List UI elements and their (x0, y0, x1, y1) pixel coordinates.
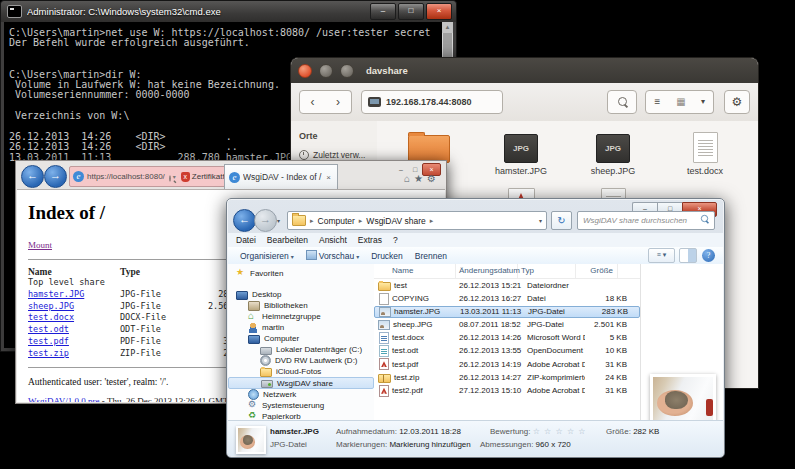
file-link[interactable]: sheep.JPG (28, 301, 74, 311)
certificate-error-icon[interactable]: x (181, 172, 190, 182)
column-size[interactable]: Größe (576, 264, 618, 278)
organize-button[interactable]: Organisieren▾ (240, 251, 294, 261)
menu-bar: Datei Bearbeiten Ansicht Extras ? (228, 233, 723, 248)
preview-pane-toggle[interactable] (679, 248, 697, 263)
add-tag-link[interactable]: Markierung hinzufügen (389, 440, 470, 449)
file-row[interactable]: test2.pdf 27.12.2013 15:10 Adobe Acrobat… (374, 384, 640, 397)
minimize-button[interactable] (319, 64, 333, 78)
maximize-button[interactable] (340, 64, 354, 78)
column-type[interactable]: Typ (518, 264, 576, 278)
change-view-button[interactable]: ≡ ▾ (648, 248, 675, 263)
file-type: ZIP-File (120, 348, 192, 360)
burn-button[interactable]: Brennen (415, 251, 447, 261)
menu-item-datei[interactable]: Datei (236, 235, 256, 245)
sidebar-item[interactable]: Computer (228, 333, 374, 344)
refresh-button[interactable]: ↻ (551, 211, 572, 230)
menu-item-bearbeiten[interactable]: Bearbeiten (267, 235, 308, 245)
close-button[interactable] (298, 64, 312, 78)
minimize-button[interactable]: – (394, 166, 408, 173)
browser-tab[interactable]: e WsgiDAV - Index of / × (224, 164, 338, 189)
forward-button[interactable]: → (254, 209, 277, 232)
settings-icon[interactable]: ⚙ (427, 173, 440, 184)
file-item[interactable]: test.docx (659, 131, 751, 185)
preview-button[interactable]: Vorschau▾ (306, 250, 359, 261)
file-link[interactable]: hamster.JPG (28, 289, 84, 299)
close-button[interactable]: × (426, 3, 452, 20)
rating-stars[interactable]: ☆ ☆ ☆ ☆ ☆ (533, 427, 587, 436)
mount-link[interactable]: Mount (28, 240, 52, 250)
breadcrumb-computer[interactable]: Computer (318, 216, 355, 226)
file-row[interactable]: test 26.12.2013 15:21 Dateiordner (374, 279, 640, 292)
file-row[interactable]: test.pdf 26.12.2013 14:19 Adobe Acrobat … (374, 357, 640, 370)
forward-button[interactable]: › (325, 90, 352, 114)
search-icon[interactable] (169, 175, 170, 181)
cmd-titlebar[interactable]: Administrator: C:\Windows\system32\cmd.e… (1, 1, 456, 22)
back-button[interactable]: ‹ (299, 90, 326, 114)
file-link[interactable]: test.odt (28, 324, 69, 334)
file-row[interactable]: hamster.JPG 13.03.2011 11:13 JPG-Datei 2… (374, 306, 640, 318)
file-row[interactable]: sheep.JPG 08.07.2011 18:52 JPG-Datei 2.5… (374, 318, 640, 331)
list-view-button[interactable]: ≡ (645, 90, 670, 114)
sidebar-item[interactable]: Heimnetzgruppe (228, 311, 374, 322)
tab-close-icon[interactable]: × (324, 173, 333, 182)
print-button[interactable]: Drucken (371, 251, 403, 261)
column-date[interactable]: Änderungsdatum (456, 264, 518, 278)
sidebar-item[interactable]: DVD RW Laufwerk (D:) (228, 355, 374, 366)
grid-view-button[interactable]: ▦ (669, 90, 694, 114)
sidebar-item[interactable]: WsgiDAV share (228, 377, 374, 389)
file-size: 5 KB (585, 333, 631, 342)
sidebar-item[interactable]: iCloud-Fotos (228, 366, 374, 377)
back-button[interactable]: ← (233, 209, 256, 232)
file-icon (693, 132, 718, 163)
breadcrumb[interactable]: ▸ Computer ▸ WsgiDAV share ▸ ▾ (287, 211, 547, 230)
column-name[interactable]: Name (374, 264, 456, 278)
back-button[interactable]: ← (21, 165, 44, 188)
maximize-button[interactable]: □ (398, 3, 424, 20)
file-link[interactable]: test.docx (28, 312, 74, 322)
sidebar-item[interactable]: Bibliotheken (228, 300, 374, 311)
ie-menu-icons[interactable]: ⌂★⚙ (404, 173, 440, 184)
file-icon (378, 374, 391, 383)
breadcrumb-share[interactable]: WsgiDAV share (366, 216, 425, 226)
sidebar-item[interactable]: Favoriten (228, 268, 374, 279)
menu-item-extras[interactable]: Extras (358, 235, 382, 245)
maximize-button[interactable]: □ (408, 166, 422, 173)
sidebar-item[interactable]: Netzwerk (228, 389, 374, 400)
url-text[interactable]: https://localhost:8080/ (87, 172, 165, 181)
file-link[interactable]: test.pdf (28, 336, 69, 346)
nautilus-titlebar[interactable]: davshare (291, 58, 758, 83)
home-icon[interactable]: ⌂ (404, 173, 414, 184)
address-bar[interactable]: e https://localhost:8080/ ▾ x Zertifikat… (69, 166, 230, 187)
file-row[interactable]: test.zip 26.12.2013 14:27 ZIP-komprimier… (374, 371, 640, 384)
menu-item-ansicht[interactable]: Ansicht (319, 235, 347, 245)
navigation-pane: Favoriten Desktop Bibliotheken Heimnetzg… (228, 264, 374, 420)
sidebar-item[interactable]: Systemsteuerung (228, 400, 374, 411)
view-options-dropdown[interactable]: ▾ (693, 90, 714, 114)
file-link[interactable]: test.zip (28, 348, 69, 358)
menu-item-hilfe[interactable]: ? (393, 235, 398, 245)
file-type: JPG-File (120, 289, 192, 301)
help-icon[interactable]: ? (702, 249, 715, 262)
search-button[interactable] (607, 90, 637, 114)
chevron-down-icon[interactable]: ▾ (173, 173, 176, 180)
sidebar-item[interactable]: martin (228, 322, 374, 333)
sidebar-item[interactable]: Desktop (228, 289, 374, 300)
history-dropdown-icon[interactable]: ▾ (277, 217, 280, 224)
scroll-up-icon[interactable]: ▲ (442, 22, 453, 33)
sidebar-item[interactable]: Lokaler Datenträger (C:) (228, 344, 374, 355)
sidebar-item[interactable]: Papierkorb (228, 411, 374, 420)
file-row[interactable]: test.odt 26.12.2013 13:55 OpenDocument T… (374, 344, 640, 357)
gear-menu-button[interactable]: ⚙ (724, 90, 750, 114)
minimize-button[interactable]: – (370, 3, 396, 20)
location-button[interactable]: 192.168.178.44:8080 (361, 90, 503, 114)
forward-button[interactable]: → (44, 165, 67, 188)
search-box[interactable]: WsgiDAV share durchsuchen (577, 211, 715, 230)
address-dropdown-icon[interactable]: ▾ (539, 217, 542, 224)
file-item[interactable]: hamster.JPG (475, 131, 567, 185)
wsgidav-link[interactable]: WsgiDAV/1.0.0.pre (28, 396, 100, 402)
file-row[interactable]: COPYING 26.12.2013 16:27 Datei 18 KB (374, 292, 640, 305)
favorites-icon[interactable]: ★ (414, 173, 427, 184)
file-row[interactable]: test.docx 26.12.2013 14:26 Microsoft Wor… (374, 331, 640, 344)
file-item[interactable]: sheep.JPG (567, 131, 659, 185)
nautilus-toolbar: ‹ › 192.168.178.44:8080 ≡ ▦ ▾ ⚙ (291, 83, 758, 122)
